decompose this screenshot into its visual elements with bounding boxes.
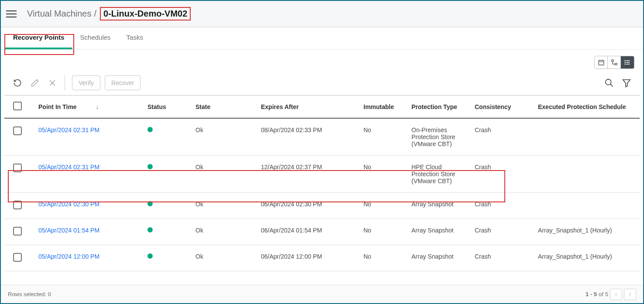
page-range: 1 - 5 <box>586 291 597 297</box>
column-point-in-time[interactable]: Point In Time ↓ <box>35 96 144 119</box>
expires-cell: 06/Apr/2024 12:00 PM <box>257 245 360 271</box>
point-in-time-link[interactable]: 05/Apr/2024 02:31 PM <box>38 164 99 171</box>
row-checkbox[interactable] <box>13 227 22 236</box>
paginator: 1 - 5 of 5 <box>586 289 636 300</box>
protection-type-cell: HPE Cloud Protection Store (VMware CBT) <box>408 156 471 193</box>
recover-button[interactable]: Recover <box>105 75 140 90</box>
svg-point-12 <box>625 62 625 62</box>
svg-point-11 <box>625 60 625 61</box>
table-row[interactable]: 05/Apr/2024 02:31 PMOk08/Apr/2024 02:33 … <box>4 118 640 156</box>
status-dot-icon <box>147 227 153 232</box>
verify-button[interactable]: Verify <box>72 75 100 90</box>
table-row[interactable]: 05/Apr/2024 12:00 PMOk06/Apr/2024 12:00 … <box>4 245 640 271</box>
breadcrumb-parent[interactable]: Virtual Machines <box>27 9 91 19</box>
state-cell: Ok <box>192 193 257 219</box>
schedule-cell <box>534 118 640 156</box>
schedule-cell: Array_Snapshot_1 (Hourly) <box>534 219 640 245</box>
consistency-cell: Crash <box>471 193 534 219</box>
row-checkbox[interactable] <box>13 164 22 172</box>
expires-cell: 08/Apr/2024 02:33 PM <box>257 118 360 156</box>
refresh-icon[interactable] <box>10 75 25 91</box>
schedule-cell <box>534 156 640 193</box>
svg-point-13 <box>625 64 625 64</box>
page-total: 5 <box>605 291 608 297</box>
expires-cell: 06/Apr/2024 02:30 PM <box>257 193 360 219</box>
svg-rect-4 <box>612 60 613 61</box>
svg-marker-18 <box>623 80 630 87</box>
row-checkbox[interactable] <box>13 201 22 209</box>
state-cell: Ok <box>192 245 257 271</box>
svg-point-16 <box>606 79 611 85</box>
immutable-cell: No <box>360 118 408 156</box>
prev-page-button[interactable] <box>610 289 622 300</box>
immutable-cell: No <box>360 245 408 271</box>
svg-rect-0 <box>599 60 604 65</box>
rows-selected-label: Rows selected: 0 <box>8 291 51 297</box>
protection-type-cell: Array Snapshot <box>408 245 471 271</box>
immutable-cell: No <box>360 193 408 219</box>
consistency-cell: Crash <box>471 156 534 193</box>
table-row[interactable]: 05/Apr/2024 01:54 PMOk06/Apr/2024 01:54 … <box>4 219 640 245</box>
row-checkbox[interactable] <box>13 126 22 135</box>
menu-icon[interactable] <box>6 8 18 20</box>
schedule-cell <box>534 193 640 219</box>
protection-type-cell: On-Premises Protection Store (VMware CBT… <box>408 118 471 156</box>
select-all-checkbox[interactable] <box>13 102 22 110</box>
schedule-cell: Array_Snapshot_1 (Hourly) <box>534 245 640 271</box>
state-cell: Ok <box>192 219 257 245</box>
point-in-time-link[interactable]: 05/Apr/2024 01:54 PM <box>38 227 99 234</box>
state-cell: Ok <box>192 118 257 156</box>
breadcrumb-current: 0-Linux-Demo-VM02 <box>100 7 191 20</box>
consistency-cell: Crash <box>471 118 534 156</box>
protection-type-cell: Array Snapshot <box>408 219 471 245</box>
immutable-cell: No <box>360 156 408 193</box>
consistency-cell: Crash <box>471 245 534 271</box>
column-consistency[interactable]: Consistency <box>471 96 534 119</box>
status-dot-icon <box>147 253 153 259</box>
svg-rect-5 <box>615 63 617 65</box>
row-checkbox[interactable] <box>13 253 22 262</box>
table-row[interactable]: 05/Apr/2024 02:31 PMOk12/Apr/2024 02:37 … <box>4 156 640 193</box>
point-in-time-link[interactable]: 05/Apr/2024 12:00 PM <box>38 253 99 260</box>
protection-type-cell: Array Snapshot <box>408 193 471 219</box>
column-expires-after[interactable]: Expires After <box>257 96 360 119</box>
column-executed-schedule[interactable]: Executed Protection Schedule <box>534 96 640 119</box>
status-dot-icon <box>147 164 153 169</box>
expires-cell: 12/Apr/2024 02:37 PM <box>257 156 360 193</box>
point-in-time-link[interactable]: 05/Apr/2024 02:30 PM <box>38 201 99 208</box>
breadcrumb-separator: / <box>94 9 96 19</box>
toolbar-divider <box>65 75 65 91</box>
state-cell: Ok <box>192 156 257 193</box>
tab-tasks[interactable]: Tasks <box>119 27 151 49</box>
toolbar: Verify Recover <box>1 69 643 95</box>
expires-cell: 06/Apr/2024 01:54 PM <box>257 219 360 245</box>
view-toggle-group <box>1 50 643 69</box>
immutable-cell: No <box>360 219 408 245</box>
status-dot-icon <box>147 127 153 132</box>
point-in-time-link[interactable]: 05/Apr/2024 02:31 PM <box>38 126 99 133</box>
tab-recovery-points[interactable]: Recovery Points <box>5 27 72 49</box>
filter-icon[interactable] <box>619 75 634 91</box>
consistency-cell: Crash <box>471 219 534 245</box>
edit-icon[interactable] <box>27 75 43 91</box>
table-footer: Rows selected: 0 1 - 5 of 5 <box>1 285 643 303</box>
breadcrumb: Virtual Machines / 0-Linux-Demo-VM02 <box>27 7 191 20</box>
calendar-view-icon[interactable] <box>595 56 608 68</box>
list-view-icon[interactable] <box>621 56 634 68</box>
next-page-button[interactable] <box>624 289 636 300</box>
column-state[interactable]: State <box>192 96 257 119</box>
table-row[interactable]: 05/Apr/2024 02:30 PMOk06/Apr/2024 02:30 … <box>4 193 640 219</box>
recovery-points-table: Point In Time ↓ Status State Expires Aft… <box>4 95 640 271</box>
svg-line-17 <box>610 84 613 87</box>
tab-schedules[interactable]: Schedules <box>72 27 119 49</box>
column-status[interactable]: Status <box>144 96 192 119</box>
tabs: Recovery Points Schedules Tasks <box>1 27 643 50</box>
search-icon[interactable] <box>601 75 617 91</box>
header-bar: Virtual Machines / 0-Linux-Demo-VM02 <box>1 1 643 27</box>
status-dot-icon <box>147 201 153 206</box>
delete-icon[interactable] <box>45 75 60 91</box>
column-protection-type[interactable]: Protection Type <box>408 96 471 119</box>
tree-view-icon[interactable] <box>608 56 621 68</box>
sort-arrow-down-icon: ↓ <box>96 103 99 110</box>
column-immutable[interactable]: Immutable <box>360 96 408 119</box>
